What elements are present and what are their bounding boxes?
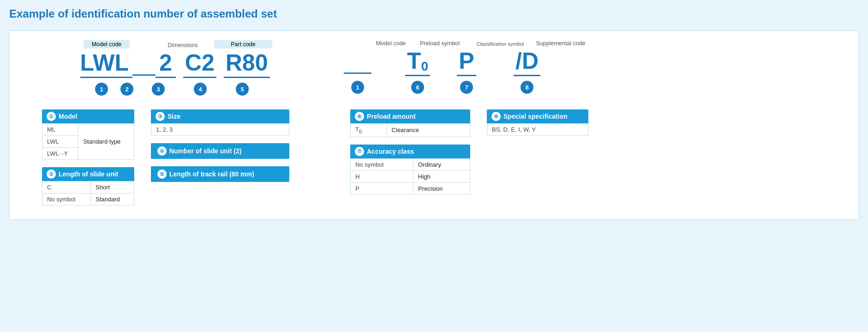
accuracy-h: H [351, 170, 413, 182]
col-2: ③ Size 1, 2, 3 ④ Number of slide unit (2… [151, 109, 289, 182]
slide-c-desc: Short [91, 181, 134, 193]
accuracy-label: Accuracy class [367, 148, 414, 155]
track-rail-label: Length of track rail (80 mm) [169, 170, 254, 178]
length-slide-header: ② Length of slide unit [42, 167, 134, 181]
slide-nosymbol: No symbol [42, 193, 91, 205]
circle-7: 7 [460, 81, 473, 94]
col-1: ① Model ML Standard type LWL LWL···Y [42, 109, 134, 205]
code-dim2: 2 [156, 50, 176, 78]
main-card: Model code Dimensions Part code LWL [9, 30, 859, 220]
special-block: ⑧ Special specification BS, D, E, I, W, … [487, 109, 588, 136]
code-slashd: /D [514, 48, 540, 76]
info-tables-area: ① Model ML Standard type LWL LWL···Y [24, 109, 844, 205]
right-diagram: Model code Preload symbol Classification… [317, 40, 584, 94]
table-row: T0 Clearance [351, 124, 470, 137]
code-r80: R80 [224, 50, 270, 78]
circle-1a: 1 [95, 83, 108, 96]
accuracy-header: ⑦ Accuracy class [350, 145, 470, 158]
circle-2: 2 [120, 83, 133, 96]
accuracy-high: High [413, 170, 470, 182]
track-rail-circle: ⑤ [157, 169, 167, 179]
circle-8: 8 [521, 81, 533, 94]
code-t0-sub: 0 [421, 59, 428, 73]
code-lwl: LWL [80, 50, 133, 78]
model-circle: ① [47, 112, 56, 121]
label-model-code: Model code [84, 40, 130, 48]
circle-6: 6 [411, 81, 424, 94]
circle-5: 5 [236, 83, 249, 96]
num-slide-circle: ④ [157, 146, 167, 156]
code-p: P [457, 48, 476, 76]
size-header: ③ Size [151, 109, 289, 123]
size-values: 1, 2, 3 [151, 124, 289, 136]
table-row: P Precision [351, 182, 470, 194]
accuracy-nosymbol: No symbol [351, 158, 413, 170]
size-circle: ③ [156, 112, 165, 121]
length-slide-block: ② Length of slide unit C Short No symbol… [42, 167, 134, 205]
label-classification: Classification symbol [477, 41, 524, 47]
length-slide-label: Length of slide unit [59, 170, 118, 178]
special-circle: ⑧ [491, 112, 501, 121]
special-label: Special specification [503, 113, 568, 120]
table-row: ML Standard type [42, 124, 134, 136]
track-rail-banner: ⑤ Length of track rail (80 mm) [151, 166, 289, 182]
accuracy-p: P [351, 182, 413, 194]
left-diagram: Model code Dimensions Part code LWL [70, 40, 280, 96]
page-title: Example of identification number of asse… [9, 7, 859, 22]
page-container: Example of identification number of asse… [0, 0, 868, 332]
circle-4: 4 [194, 83, 207, 96]
label-preload: Preload symbol [420, 40, 460, 47]
preload-circle: ⑥ [355, 112, 364, 121]
accuracy-circle: ⑦ [355, 147, 364, 156]
model-lwly-symbol: LWL···Y [42, 148, 78, 160]
code-t0: T0 [405, 48, 430, 76]
preload-header: ⑥ Preload amount [350, 109, 470, 123]
model-standard-type: Standard type [78, 124, 134, 160]
label-model-code2: Model code [376, 40, 406, 47]
preload-clearance-desc: Clearance [387, 124, 470, 137]
table-row: BS, D, E, I, W, Y [487, 124, 588, 136]
size-block: ③ Size 1, 2, 3 [151, 109, 289, 136]
col-4: ⑧ Special specification BS, D, E, I, W, … [487, 109, 588, 136]
accuracy-ordinary: Ordinary [413, 158, 470, 170]
preload-block: ⑥ Preload amount T0 Clearance [350, 109, 470, 137]
circle-3: 3 [152, 83, 165, 96]
length-slide-circle: ② [47, 169, 56, 179]
accuracy-block: ⑦ Accuracy class No symbol Ordinary H Hi… [350, 145, 470, 195]
special-table: BS, D, E, I, W, Y [487, 123, 588, 136]
table-row: H High [351, 170, 470, 182]
table-row: 1, 2, 3 [151, 124, 289, 136]
model-header-label: Model [59, 113, 77, 120]
label-supplemental: Supplemental code [536, 40, 585, 47]
model-lwl-symbol: LWL [42, 136, 78, 148]
num-slide-banner: ④ Number of slide unit (2) [151, 143, 289, 159]
preload-label: Preload amount [367, 113, 416, 120]
num-slide-label: Number of slide unit (2) [169, 147, 241, 155]
special-header: ⑧ Special specification [487, 109, 588, 123]
preload-t0-symbol: T0 [351, 124, 387, 137]
model-table-header: ① Model [42, 109, 134, 123]
table-row: No symbol Standard [42, 193, 134, 205]
accuracy-table: No symbol Ordinary H High P Precision [350, 158, 470, 195]
model-table-block: ① Model ML Standard type LWL LWL···Y [42, 109, 134, 160]
circle-1b: 1 [351, 81, 364, 94]
size-table: 1, 2, 3 [151, 123, 289, 136]
diagram-section: Model code Dimensions Part code LWL [24, 40, 844, 96]
label-part-code: Part code [214, 40, 272, 48]
special-values: BS, D, E, I, W, Y [487, 124, 588, 136]
length-slide-table: C Short No symbol Standard [42, 181, 134, 205]
label-dimensions: Dimensions [168, 42, 198, 48]
accuracy-precision: Precision [413, 182, 470, 194]
model-ml-symbol: ML [42, 124, 78, 136]
slide-nosymbol-desc: Standard [91, 193, 134, 205]
slide-c-symbol: C [42, 181, 91, 193]
table-row: No symbol Ordinary [351, 158, 470, 170]
model-table: ML Standard type LWL LWL···Y [42, 123, 134, 160]
preload-table: T0 Clearance [350, 123, 470, 137]
col-3: ⑥ Preload amount T0 Clearance ⑦ Accura [350, 109, 470, 195]
size-label: Size [168, 113, 180, 120]
table-row: C Short [42, 181, 134, 193]
code-c2: C2 [183, 50, 216, 78]
